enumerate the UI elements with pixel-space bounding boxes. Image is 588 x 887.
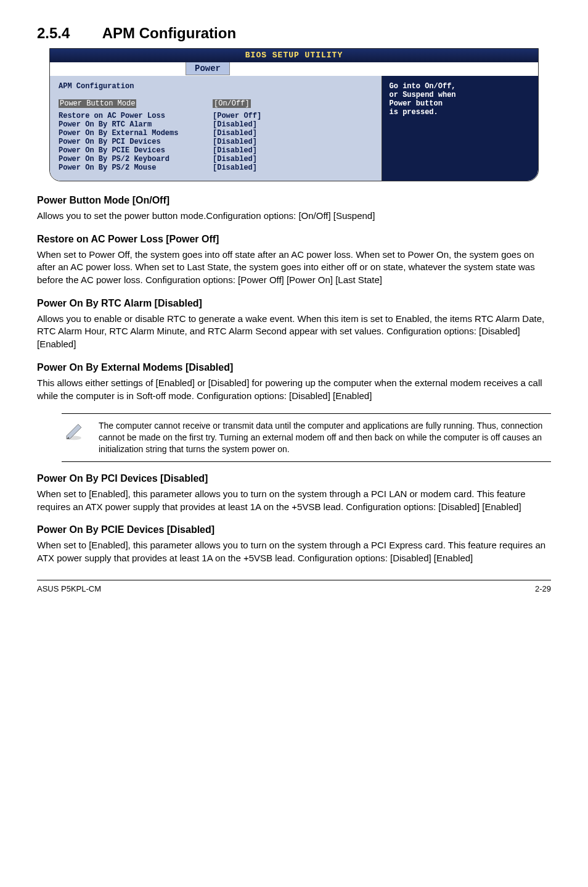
footer-left: ASUS P5KPL-CM [37, 584, 101, 593]
bios-help-line2: or Suspend when [390, 91, 456, 99]
bios-row-label: Power On By PS/2 Mouse [59, 163, 213, 172]
bios-row: Power On By PCIE Devices[Disabled] [59, 146, 373, 155]
bios-highlight-label: Power Button Mode [59, 99, 136, 108]
bios-row-value: [Disabled] [213, 155, 257, 163]
subsection-body: Allows you to enable or disable RTC to g… [37, 313, 551, 351]
bios-help-line1: Go into On/Off, [390, 82, 456, 91]
bios-help-line3: Power button [390, 99, 443, 108]
bios-row: Power On By PS/2 Mouse[Disabled] [59, 163, 373, 172]
bios-help-pane: Go into On/Off, or Suspend when Power bu… [382, 76, 538, 181]
bios-row-label: Power On By External Modems [59, 129, 213, 138]
subsection-heading: Restore on AC Power Loss [Power Off] [37, 234, 551, 245]
bios-help-line4: is pressed. [390, 108, 438, 117]
subsection-heading: Power On By RTC Alarm [Disabled] [37, 298, 551, 309]
bios-row: Restore on AC Power Loss[Power Off] [59, 112, 373, 120]
bios-row-value: [Disabled] [213, 163, 257, 172]
bios-row-value: [Disabled] [213, 138, 257, 146]
bios-config-title: APM Configuration [59, 82, 373, 91]
pencil-icon [62, 420, 86, 441]
section-heading: 2.5.4 APM Configuration [37, 25, 551, 42]
bios-tab-power: Power [186, 62, 230, 75]
bios-row-value: [Disabled] [213, 129, 257, 138]
page-footer: ASUS P5KPL-CM 2-29 [37, 580, 551, 593]
bios-row: Power On By RTC Alarm[Disabled] [59, 120, 373, 129]
note-box: The computer cannot receive or transmit … [62, 413, 551, 462]
bios-row-label: Power On By PS/2 Keyboard [59, 155, 213, 163]
bios-row-label: Power On By PCIE Devices [59, 146, 213, 155]
subsection-heading: Power On By PCI Devices [Disabled] [37, 473, 551, 484]
section-number: 2.5.4 [37, 25, 99, 42]
bios-row-label: Restore on AC Power Loss [59, 112, 213, 120]
subsection-body: When set to [Enabled], this parameter al… [37, 539, 551, 564]
bios-header: BIOS SETUP UTILITY [50, 49, 538, 62]
subsection-body: This allows either settings of [Enabled]… [37, 377, 551, 402]
subsection-heading: Power On By External Modems [Disabled] [37, 362, 551, 373]
bios-highlight-value: [On/Off] [213, 99, 251, 108]
bios-row: Power On By PCI Devices[Disabled] [59, 138, 373, 146]
section-title: APM Configuration [102, 25, 236, 41]
bios-highlight-row: Power Button Mode [On/Off] [59, 99, 373, 108]
bios-row-label: Power On By RTC Alarm [59, 120, 213, 129]
bios-row-value: [Disabled] [213, 146, 257, 155]
bios-setup-panel: BIOS SETUP UTILITY Power APM Configurati… [49, 48, 539, 181]
subsection-body: When set to [Enabled], this parameter al… [37, 488, 551, 513]
bios-row: Power On By PS/2 Keyboard[Disabled] [59, 155, 373, 163]
bios-left-pane: APM Configuration Power Button Mode [On/… [50, 76, 382, 181]
subsection-body: Allows you to set the power button mode.… [37, 210, 551, 223]
bios-row-value: [Disabled] [213, 120, 257, 129]
subsection-heading: Power On By PCIE Devices [Disabled] [37, 524, 551, 535]
subsection-body: When set to Power Off, the system goes i… [37, 249, 551, 287]
footer-right: 2-29 [535, 584, 551, 593]
subsection-heading: Power Button Mode [On/Off] [37, 195, 551, 206]
bios-row-value: [Power Off] [213, 112, 261, 120]
note-text: The computer cannot receive or transmit … [99, 420, 546, 455]
bios-row: Power On By External Modems[Disabled] [59, 129, 373, 138]
bios-row-label: Power On By PCI Devices [59, 138, 213, 146]
